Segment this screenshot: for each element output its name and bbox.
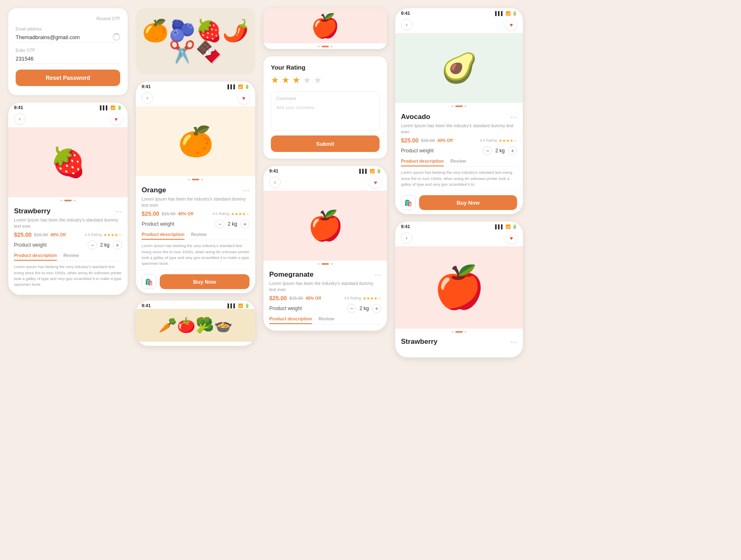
weight-decrease-3[interactable]: −	[347, 304, 356, 313]
weight-label: Product weight	[14, 242, 47, 248]
share-icon-4[interactable]: ⋯	[510, 113, 517, 121]
dot-5-1	[451, 331, 454, 333]
back-button[interactable]: ‹	[14, 113, 26, 125]
tabs-row-4: Product description Review	[401, 159, 517, 167]
share-icon[interactable]: ⋯	[115, 208, 122, 215]
buy-now-button-2[interactable]: Buy Now	[160, 274, 249, 289]
comment-label: Comment	[276, 96, 374, 101]
price-discount-2: 40% Off	[178, 212, 193, 216]
status-time: 9:41	[14, 105, 23, 110]
favorite-button-2[interactable]: ♥	[238, 92, 249, 104]
top-nav: ‹ ♥	[8, 111, 128, 127]
tab-product-description-2[interactable]: Product description	[142, 232, 184, 240]
product-desc-3: Lorem Ipsum has been the industry's stan…	[269, 280, 381, 292]
otp-input[interactable]	[16, 54, 120, 64]
carousel-dots-5	[395, 329, 523, 334]
status-icons-2: ▌▌▌ 📶 🔋	[228, 84, 249, 89]
battery-icon-food: 🔋	[245, 303, 249, 308]
back-button-5[interactable]: ‹	[401, 232, 412, 244]
star-3[interactable]: ★	[292, 75, 301, 86]
status-bar-5: 9:41 ▌▌▌ 📶 🔋	[395, 222, 523, 230]
back-button-4[interactable]: ‹	[401, 19, 412, 30]
tab-review[interactable]: Review	[63, 253, 79, 261]
tab-review-4[interactable]: Review	[450, 159, 466, 166]
wifi-icon-4: 📶	[506, 11, 510, 16]
battery-icon-2: 🔋	[245, 84, 249, 89]
avocado-phone: 9:41 ▌▌▌ 📶 🔋 ‹ ♥ 🥑 Avocado ⋯ Lorem Ipsum…	[395, 8, 523, 214]
top-nav-3: ‹ ♥	[263, 174, 387, 191]
product-name-3: Pomegranate	[269, 271, 314, 279]
favorite-button-5[interactable]: ♥	[506, 232, 517, 244]
tab-review-2[interactable]: Review	[191, 232, 207, 240]
product-image: 🍓	[50, 148, 86, 177]
column-4: 9:41 ▌▌▌ 📶 🔋 ‹ ♥ 🥑 Avocado ⋯ Lorem Ipsum…	[395, 8, 523, 552]
top-nav-2: ‹ ♥	[136, 90, 255, 106]
buy-now-button-4[interactable]: Buy Now	[419, 195, 517, 210]
weight-increase-3[interactable]: +	[372, 304, 381, 313]
tab-product-description-4[interactable]: Product description	[401, 159, 444, 166]
carousel-dots-2	[136, 176, 255, 182]
status-bar: 9:41 ▌▌▌ 📶 🔋	[8, 103, 128, 111]
weight-controls-4: − 2 kg +	[483, 146, 517, 155]
favorite-button[interactable]: ♥	[110, 113, 122, 125]
reset-password-button[interactable]: Reset Password	[16, 70, 120, 86]
status-icons: ▌▌▌ 📶 🔋	[100, 105, 122, 110]
heart-icon-2: ♥	[242, 95, 245, 101]
email-label: Email address	[16, 27, 120, 31]
cart-button-2[interactable]: 🛍️	[142, 274, 156, 289]
rating-label: 4.5 Rating	[85, 233, 102, 237]
resend-otp-link[interactable]: Resend OTP	[16, 16, 120, 21]
product-long-desc-4: Lorem Ipsum has bedeng the very industry…	[401, 170, 517, 187]
product-info: Strawberry ⋯ Lorem Ipsum has been the in…	[8, 203, 128, 291]
share-icon-3[interactable]: ⋯	[375, 271, 381, 279]
cart-button-4[interactable]: 🛍️	[401, 195, 416, 210]
wifi-icon: 📶	[110, 105, 115, 110]
stars-3: ★★★★☆	[363, 296, 381, 301]
dot-3-1	[317, 263, 320, 265]
weight-decrease-4[interactable]: −	[483, 146, 492, 155]
price-rating-row-4: $25.00 $15.00 40% Off 4.5 Rating ★★★★☆	[401, 137, 517, 144]
battery-icon: 🔋	[117, 105, 122, 110]
weight-increase-2[interactable]: +	[240, 219, 249, 229]
tab-product-description-3[interactable]: Product description	[269, 316, 312, 324]
column-2: 🍊🫐🍓🌶️✂️🍫 9:41 ▌▌▌ 📶 🔋 ‹ ♥ 🍊 Orange	[136, 8, 255, 552]
dot-3-3	[331, 263, 333, 265]
favorite-button-4[interactable]: ♥	[506, 19, 517, 30]
price-discount: 40% Off	[50, 233, 65, 237]
favorite-button-3[interactable]: ♥	[370, 177, 381, 188]
product-desc-2: Lorem Ipsum has been the industry's stan…	[142, 196, 249, 208]
signal-icon-5: ▌▌▌	[495, 224, 504, 229]
star-2[interactable]: ★	[282, 75, 290, 86]
dot-2	[64, 200, 72, 201]
product-info-4: Avocado ⋯ Lorem Ipsum has been the indus…	[395, 109, 523, 191]
food-collage-card: 🍊🫐🍓🌶️✂️🍫	[136, 8, 255, 74]
share-icon-2[interactable]: ⋯	[243, 187, 249, 194]
status-bar-food: 9:41 ▌▌▌ 📶 🔋	[136, 301, 255, 309]
comment-box: Comment Add your comment	[271, 91, 380, 131]
star-5[interactable]: ★	[314, 75, 322, 86]
tab-review-3[interactable]: Review	[319, 316, 334, 324]
status-bar-2: 9:41 ▌▌▌ 📶 🔋	[136, 82, 255, 90]
submit-button[interactable]: Submit	[271, 135, 380, 152]
product-desc: Lorem Ipsum has been the industry's stan…	[14, 217, 122, 229]
signal-icon-3: ▌▌▌	[359, 169, 368, 173]
price-current-4: $25.00	[401, 137, 419, 144]
email-input[interactable]	[16, 33, 120, 42]
back-button-2[interactable]: ‹	[142, 92, 153, 104]
tab-product-description[interactable]: Product description	[14, 253, 57, 261]
share-icon-5[interactable]: ⋯	[510, 338, 517, 346]
weight-increase-4[interactable]: +	[508, 146, 517, 155]
strawberry-phone: 9:41 ▌▌▌ 📶 🔋 ‹ ♥ 🍓 Strawberry ⋯ Lorem Ip…	[8, 103, 128, 295]
weight-value-2: 2 kg	[228, 221, 237, 227]
weight-increase[interactable]: +	[113, 240, 122, 250]
star-1[interactable]: ★	[271, 75, 279, 86]
email-group: Email address	[16, 27, 120, 42]
weight-decrease-2[interactable]: −	[215, 219, 224, 229]
weight-decrease[interactable]: −	[88, 240, 97, 250]
weight-row-3: Product weight − 2 kg +	[269, 304, 381, 313]
dot-2-1	[188, 179, 190, 180]
tabs-row-2: Product description Review	[142, 232, 249, 240]
back-button-3[interactable]: ‹	[269, 177, 281, 188]
star-4[interactable]: ★	[303, 75, 311, 86]
product-image-2: 🍊	[178, 127, 214, 156]
